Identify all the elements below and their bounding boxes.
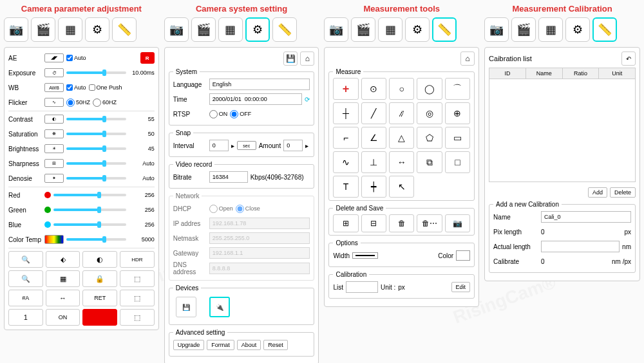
th-name[interactable]: Name [526, 68, 563, 79]
one-button[interactable]: 1 [8, 309, 43, 326]
add-layer-icon[interactable]: ⊞ [333, 214, 358, 232]
record-button[interactable] [82, 309, 117, 326]
home-icon[interactable]: ⌂ [300, 51, 314, 66]
ruler-icon[interactable]: 📏 [592, 17, 617, 42]
edit-button[interactable]: Edit [451, 282, 471, 292]
add-button[interactable]: Add [588, 187, 607, 198]
tool-center-icon[interactable]: ┿ [361, 176, 386, 198]
video-icon[interactable]: 🎬 [351, 17, 375, 42]
onepush-check[interactable]: One Push [89, 84, 122, 91]
time-input[interactable] [209, 93, 303, 105]
flicker-50hz[interactable]: 50HZ [66, 98, 90, 107]
bitrate-input[interactable] [209, 171, 248, 183]
tool-triangle-icon[interactable]: △ [389, 127, 414, 149]
interval-spinner[interactable]: ▸ [231, 142, 234, 149]
tool-line-icon[interactable]: ╱ [361, 102, 386, 124]
tool-offset-icon[interactable]: ⧉ [417, 151, 442, 173]
tool-circle2-icon[interactable]: ◯ [417, 78, 442, 100]
home-icon[interactable]: ⌂ [460, 51, 475, 66]
sharpness-slider[interactable] [66, 162, 126, 165]
line-width-select[interactable] [352, 252, 378, 259]
hdr-button[interactable]: HDR [120, 251, 155, 268]
video-icon[interactable]: 🎬 [31, 17, 55, 42]
save-icon[interactable]: 💾 [283, 51, 298, 66]
contrast-slider[interactable] [66, 118, 126, 120]
wb-auto-check[interactable]: Auto [66, 84, 86, 91]
calib-table-body[interactable] [489, 79, 636, 182]
compare-button[interactable]: ↔ [46, 290, 80, 306]
colortemp-slider[interactable] [66, 238, 126, 241]
invert-button[interactable]: ◐ [82, 251, 117, 268]
ruler-icon[interactable]: 📏 [112, 17, 137, 42]
tool-curve-icon[interactable]: ∿ [333, 151, 358, 173]
awb-badge[interactable]: AWB [44, 83, 64, 92]
grid-icon[interactable]: ▦ [538, 17, 563, 42]
tool-pointer-icon[interactable]: ↖ [389, 176, 414, 198]
camera-icon[interactable]: 📷 [484, 17, 509, 42]
dhcp-close[interactable]: Close [236, 205, 260, 213]
tool-concentric-icon[interactable]: ◎ [417, 102, 442, 124]
lock-button[interactable]: 🔒 [82, 270, 117, 287]
video-icon[interactable]: 🎬 [511, 17, 536, 42]
gear-icon[interactable]: ⚙ [405, 17, 430, 42]
export-button[interactable]: ⬚ [120, 309, 155, 326]
ruler-icon[interactable]: 📏 [432, 17, 457, 42]
ae-auto-check[interactable]: Auto [66, 55, 86, 61]
video-icon[interactable]: 🎬 [191, 17, 216, 42]
th-id[interactable]: ID [489, 68, 526, 79]
tool-polygon-icon[interactable]: ⬠ [417, 127, 442, 149]
camera-icon[interactable]: 📷 [164, 17, 189, 42]
format-button[interactable]: Format [207, 340, 234, 350]
delete-icon[interactable]: 🗑 [389, 214, 414, 232]
interval-input[interactable] [209, 140, 229, 151]
th-ratio[interactable]: Ratio [563, 68, 600, 79]
ruler-icon[interactable]: 📏 [272, 17, 297, 42]
red-slider[interactable] [53, 194, 126, 196]
amount-spinner[interactable]: ▸ [305, 142, 308, 149]
color-select[interactable] [456, 250, 470, 261]
amount-input[interactable] [283, 140, 303, 151]
flip-h-button[interactable]: ⬖ [46, 251, 80, 268]
ret-button[interactable]: RET [82, 290, 117, 306]
tool-perp-icon[interactable]: ⊥ [361, 151, 386, 173]
delete-all-icon[interactable]: 🗑⋯ [417, 214, 442, 232]
blue-slider[interactable] [53, 223, 126, 226]
tool-rect-icon[interactable]: ▭ [445, 127, 470, 149]
denoise-slider[interactable] [66, 177, 126, 180]
actual-input[interactable] [541, 241, 620, 252]
tool-point-icon[interactable]: ⊙ [361, 78, 386, 100]
about-button[interactable]: About [237, 340, 261, 350]
grid-icon[interactable]: ▦ [58, 17, 82, 42]
actual-unit[interactable]: nm [622, 243, 631, 250]
tool-dim-icon[interactable]: ↔ [389, 151, 414, 173]
tool-parallel-icon[interactable]: ⫽ [389, 102, 414, 124]
th-unit[interactable]: Unit [599, 68, 635, 79]
tool-step-icon[interactable]: ⌐ [333, 127, 358, 149]
snapshot-icon[interactable]: 📷 [445, 214, 470, 232]
tool-crosshair-icon[interactable]: + [333, 78, 358, 100]
gear-icon[interactable]: ⚙ [565, 17, 590, 42]
reset-button[interactable]: Reset [263, 340, 288, 350]
green-slider[interactable] [53, 209, 126, 211]
delete-button[interactable]: Delete [610, 187, 636, 198]
rtsp-off[interactable]: OFF [230, 110, 251, 118]
exposure-slider[interactable] [66, 71, 126, 74]
remove-layer-icon[interactable]: ⊟ [361, 214, 386, 232]
tool-target-icon[interactable]: ⊕ [445, 102, 470, 124]
gear-icon[interactable]: ⚙ [85, 17, 109, 42]
gear-icon[interactable]: ⚙ [245, 17, 270, 42]
grid-icon[interactable]: ▦ [378, 17, 402, 42]
saturation-slider[interactable] [66, 133, 126, 135]
tool-circle-icon[interactable]: ○ [389, 78, 414, 100]
brightness-slider[interactable] [66, 147, 126, 150]
save-frame-button[interactable]: ⬚ [120, 290, 155, 306]
hash-a-button[interactable]: #A [8, 290, 43, 306]
device-usb-icon[interactable]: 🔌 [209, 297, 230, 317]
zoom-out-button[interactable]: 🔍 [8, 270, 43, 287]
calib-name-input[interactable] [541, 211, 631, 223]
camera-icon[interactable]: 📷 [324, 17, 348, 42]
grid-icon[interactable]: ▦ [218, 17, 243, 42]
language-select[interactable] [209, 79, 310, 90]
camera-icon[interactable]: 📷 [4, 17, 28, 42]
sec-unit[interactable]: sec [237, 141, 256, 150]
